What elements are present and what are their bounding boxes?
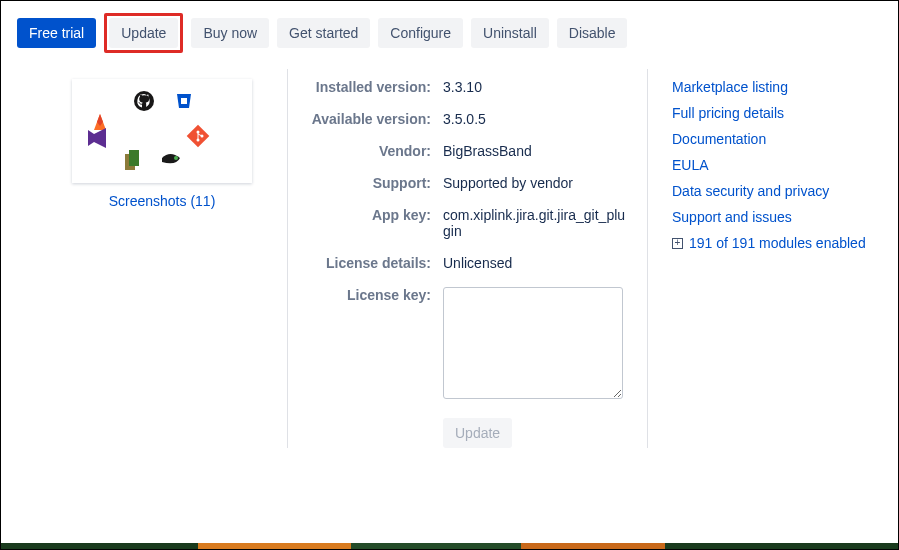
appkey-value: com.xiplink.jira.git.jira_git_plugin bbox=[443, 207, 627, 239]
buy-now-button[interactable]: Buy now bbox=[191, 18, 269, 48]
support-issues-link[interactable]: Support and issues bbox=[672, 209, 882, 225]
svg-point-10 bbox=[174, 156, 178, 160]
license-key-label: License key: bbox=[288, 287, 443, 303]
expand-icon: + bbox=[672, 238, 683, 249]
support-value: Supported by vendor bbox=[443, 175, 573, 191]
screenshots-panel: Screenshots (11) bbox=[17, 69, 287, 448]
screenshots-link[interactable]: Screenshots (11) bbox=[109, 193, 216, 209]
support-label: Support: bbox=[288, 175, 443, 191]
update-button[interactable]: Update bbox=[109, 18, 178, 48]
details-panel: Installed version: 3.3.10 Available vers… bbox=[287, 69, 647, 448]
vendor-label: Vendor: bbox=[288, 143, 443, 159]
installed-version-row: Installed version: 3.3.10 bbox=[288, 79, 627, 95]
license-key-row: License key: bbox=[288, 287, 627, 402]
installed-version-label: Installed version: bbox=[288, 79, 443, 95]
links-panel: Marketplace listing Full pricing details… bbox=[647, 69, 882, 448]
vendor-row: Vendor: BigBrassBand bbox=[288, 143, 627, 159]
screenshot-thumbnail[interactable] bbox=[72, 79, 252, 183]
license-key-input[interactable] bbox=[443, 287, 623, 399]
modules-link[interactable]: 191 of 191 modules enabled bbox=[689, 235, 866, 251]
license-details-value: Unlicensed bbox=[443, 255, 512, 271]
modules-toggle[interactable]: + 191 of 191 modules enabled bbox=[672, 235, 882, 251]
license-update-button[interactable]: Update bbox=[443, 418, 512, 448]
support-row: Support: Supported by vendor bbox=[288, 175, 627, 191]
documentation-link[interactable]: Documentation bbox=[672, 131, 882, 147]
footer-decoration bbox=[1, 543, 898, 549]
license-details-row: License details: Unlicensed bbox=[288, 255, 627, 271]
available-version-label: Available version: bbox=[288, 111, 443, 127]
content-area: Screenshots (11) Installed version: 3.3.… bbox=[1, 61, 898, 464]
action-toolbar: Free trial Update Buy now Get started Co… bbox=[1, 1, 898, 61]
data-security-link[interactable]: Data security and privacy bbox=[672, 183, 882, 199]
vendor-value: BigBrassBand bbox=[443, 143, 532, 159]
installed-version-value: 3.3.10 bbox=[443, 79, 482, 95]
pricing-link[interactable]: Full pricing details bbox=[672, 105, 882, 121]
disable-button[interactable]: Disable bbox=[557, 18, 628, 48]
get-started-button[interactable]: Get started bbox=[277, 18, 370, 48]
svg-rect-9 bbox=[129, 150, 139, 166]
license-details-label: License details: bbox=[288, 255, 443, 271]
marketplace-link[interactable]: Marketplace listing bbox=[672, 79, 882, 95]
available-version-row: Available version: 3.5.0.5 bbox=[288, 111, 627, 127]
configure-button[interactable]: Configure bbox=[378, 18, 463, 48]
free-trial-button[interactable]: Free trial bbox=[17, 18, 96, 48]
update-highlight: Update bbox=[104, 13, 183, 53]
appkey-row: App key: com.xiplink.jira.git.jira_git_p… bbox=[288, 207, 627, 239]
available-version-value: 3.5.0.5 bbox=[443, 111, 486, 127]
svg-rect-1 bbox=[181, 98, 187, 104]
uninstall-button[interactable]: Uninstall bbox=[471, 18, 549, 48]
eula-link[interactable]: EULA bbox=[672, 157, 882, 173]
integrations-icon bbox=[82, 86, 242, 176]
appkey-label: App key: bbox=[288, 207, 443, 223]
